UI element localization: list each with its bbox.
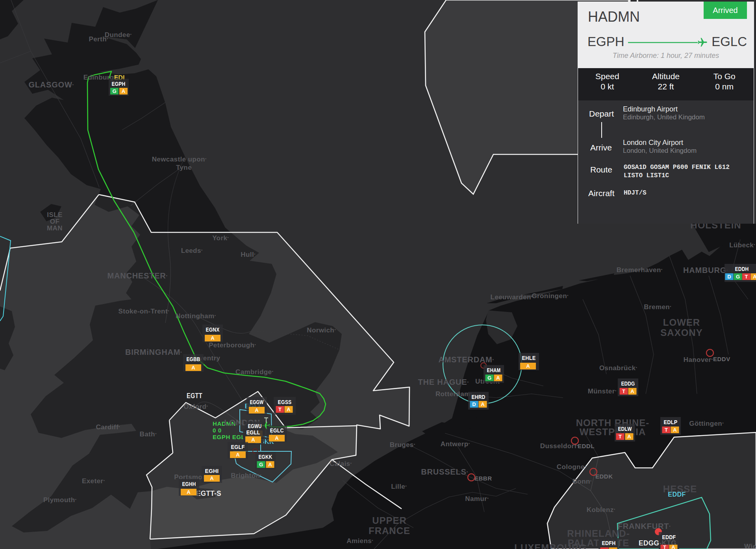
svg-text:Lübeck▪: Lübeck▪ xyxy=(729,241,755,249)
svg-text:A: A xyxy=(211,335,215,341)
svg-text:EDDF: EDDF xyxy=(662,534,676,540)
svg-text:SAXONY: SAXONY xyxy=(660,327,702,338)
svg-text:EGHH: EGHH xyxy=(182,480,196,487)
svg-text:Osnabrück▪: Osnabrück▪ xyxy=(599,364,637,372)
svg-text:LOWER: LOWER xyxy=(663,317,700,328)
svg-text:A: A xyxy=(210,475,214,481)
svg-text:WESTPHALIA: WESTPHALIA xyxy=(580,427,646,437)
svg-text:A: A xyxy=(630,388,634,394)
svg-text:Bonn▪: Bonn▪ xyxy=(573,478,592,485)
svg-text:Rotterdam▪: Rotterdam▪ xyxy=(435,390,472,398)
svg-text:Dundee▪: Dundee▪ xyxy=(105,31,132,39)
svg-text:UPPER: UPPER xyxy=(372,515,407,526)
svg-text:MAN: MAN xyxy=(47,224,63,232)
svg-text:EDDK: EDDK xyxy=(595,473,613,480)
svg-text:Bremerhaven▪: Bremerhaven▪ xyxy=(617,266,663,274)
svg-text:EHAM: EHAM xyxy=(487,367,501,373)
svg-text:A: A xyxy=(251,437,255,443)
svg-text:FRANCE: FRANCE xyxy=(369,525,410,536)
svg-text:EDDF: EDDF xyxy=(668,491,686,498)
svg-text:RHINELAND-: RHINELAND- xyxy=(567,528,630,539)
svg-text:Hull▪: Hull▪ xyxy=(241,251,255,258)
svg-text:T: T xyxy=(663,544,666,549)
svg-text:A: A xyxy=(122,88,126,94)
svg-text:T: T xyxy=(665,427,668,433)
svg-text:BIRMiNGHAM▪: BIRMiNGHAM▪ xyxy=(125,348,182,356)
svg-text:A: A xyxy=(496,375,500,381)
svg-text:Brighton▪: Brighton▪ xyxy=(231,472,261,479)
svg-text:EGTT: EGTT xyxy=(187,391,202,400)
svg-text:A: A xyxy=(255,407,259,413)
svg-text:A: A xyxy=(268,462,272,467)
svg-text:EGLL: EGLL xyxy=(246,429,260,436)
svg-text:A: A xyxy=(627,434,631,440)
svg-text:Bremen▪: Bremen▪ xyxy=(644,303,671,311)
svg-text:Nottingham▪: Nottingham▪ xyxy=(176,312,216,320)
svg-text:A: A xyxy=(526,363,530,369)
svg-text:EGKK: EGKK xyxy=(259,453,272,460)
svg-text:A: A xyxy=(753,274,756,280)
svg-text:EDDL: EDDL xyxy=(578,443,595,449)
svg-text:Bath▪: Bath▪ xyxy=(140,430,157,438)
svg-text:Bruges▪: Bruges▪ xyxy=(390,441,415,449)
svg-text:EDDG: EDDG xyxy=(621,380,635,387)
svg-text:Cardiff▪: Cardiff▪ xyxy=(96,423,120,431)
svg-text:A: A xyxy=(236,452,240,458)
svg-text:HAMBURG▪: HAMBURG▪ xyxy=(683,266,728,274)
svg-text:G: G xyxy=(487,375,491,381)
svg-text:EBBR: EBBR xyxy=(474,475,492,482)
svg-text:A: A xyxy=(187,489,191,495)
svg-text:Oxford▪: Oxford▪ xyxy=(183,403,208,410)
svg-text:EGWU: EGWU xyxy=(248,423,262,429)
svg-text:T: T xyxy=(619,434,622,440)
svg-text:T: T xyxy=(278,406,282,412)
svg-text:EGHI: EGHI xyxy=(205,467,219,474)
svg-text:Leeds▪: Leeds▪ xyxy=(181,247,203,254)
svg-text:A: A xyxy=(673,427,677,433)
svg-text:EGGW: EGGW xyxy=(250,399,264,405)
svg-text:LUXEMBOURG: LUXEMBOURG xyxy=(514,542,586,549)
svg-text:BRUSSELS▪: BRUSSELS▪ xyxy=(421,467,468,476)
svg-text:GLASGOW▪: GLASGOW▪ xyxy=(28,80,74,89)
svg-text:EHRD: EHRD xyxy=(472,393,485,400)
svg-text:Peterborough▪: Peterborough▪ xyxy=(209,341,256,349)
svg-text:THE HAGUE▪: THE HAGUE▪ xyxy=(418,378,469,386)
svg-text:Münster▪: Münster▪ xyxy=(588,388,617,395)
svg-text:EGTT-S: EGTT-S xyxy=(196,489,221,497)
svg-text:Lille▪: Lille▪ xyxy=(391,483,407,490)
svg-text:G: G xyxy=(112,88,116,94)
svg-text:EGSS: EGSS xyxy=(278,399,292,405)
svg-text:Göttingen▪: Göttingen▪ xyxy=(689,420,723,427)
svg-text:EGLF: EGLF xyxy=(231,443,245,450)
svg-text:A: A xyxy=(287,406,291,412)
svg-text:Exeter▪: Exeter▪ xyxy=(82,477,105,485)
svg-text:Wie: Wie xyxy=(744,543,756,549)
svg-text:A: A xyxy=(671,544,675,549)
svg-text:EGNX: EGNX xyxy=(206,326,220,333)
svg-text:Antwerp▪: Antwerp▪ xyxy=(441,440,470,448)
svg-text:A: A xyxy=(191,365,195,371)
svg-text:Groningen▪: Groningen▪ xyxy=(532,292,568,300)
svg-text:Stoke-on-Trent▪: Stoke-on-Trent▪ xyxy=(118,308,169,315)
svg-text:EGLC: EGLC xyxy=(270,427,284,434)
svg-text:Namur▪: Namur▪ xyxy=(465,495,488,503)
svg-text:EDDH: EDDH xyxy=(735,265,749,272)
svg-text:Newcastle upon▪: Newcastle upon▪ xyxy=(152,156,207,163)
svg-text:EDDV: EDDV xyxy=(713,356,730,362)
svg-text:Norwich▪: Norwich▪ xyxy=(307,326,335,334)
svg-text:Cambridge▪: Cambridge▪ xyxy=(235,368,273,376)
svg-text:EDLW: EDLW xyxy=(618,425,632,432)
svg-text:EDLP: EDLP xyxy=(664,419,678,425)
svg-text:G: G xyxy=(259,462,263,467)
svg-text:T: T xyxy=(745,274,748,280)
svg-text:Plymouth▪: Plymouth▪ xyxy=(43,496,76,504)
svg-text:Tyne: Tyne xyxy=(176,164,192,171)
svg-text:York▪: York▪ xyxy=(212,234,229,242)
svg-text:MANCHESTER▪: MANCHESTER▪ xyxy=(107,271,167,280)
svg-text:A: A xyxy=(275,435,279,441)
svg-text:A: A xyxy=(481,401,485,407)
svg-text:Koblenz▪: Koblenz▪ xyxy=(587,506,615,514)
svg-text:D: D xyxy=(727,274,731,280)
svg-text:EHLE: EHLE xyxy=(522,354,536,361)
svg-text:EGPH: EGPH xyxy=(112,80,126,87)
